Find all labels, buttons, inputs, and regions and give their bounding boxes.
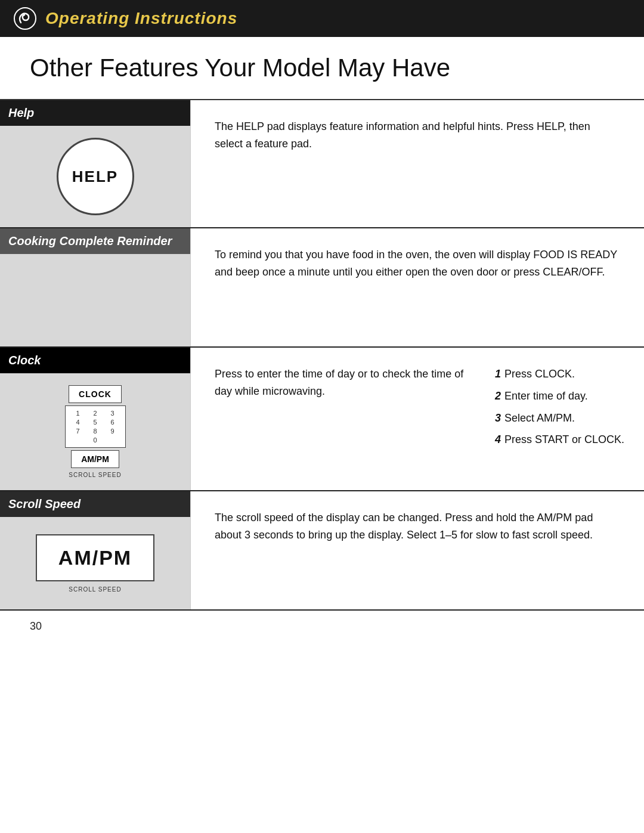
scroll-section: Scroll Speed AM/PM SCROLL SPEED The scro… (0, 491, 644, 611)
help-label: Help (0, 100, 190, 126)
scroll-label-header: Scroll Speed (0, 491, 190, 517)
clock-label: Clock (0, 348, 190, 373)
help-section: Help HELP The HELP pad displays feature … (0, 100, 644, 228)
svg-point-0 (14, 8, 36, 29)
clock-section: Clock CLOCK 1 2 3 4 5 6 7 8 9 0 AM/PM SC… (0, 348, 644, 491)
numpad-key-8: 8 (88, 428, 103, 435)
cooking-section-left: Cooking Complete Reminder (0, 228, 191, 346)
help-button-visual: HELP (57, 138, 134, 215)
clock-content-area: Press to enter the time of day or to che… (191, 348, 644, 490)
numpad-key-5: 5 (88, 419, 103, 426)
scroll-content: The scroll speed of the display can be c… (191, 491, 644, 609)
numpad-key-9: 9 (106, 428, 120, 435)
cooking-content: To remind you that you have food in the … (191, 228, 644, 346)
help-section-left: Help HELP (0, 100, 191, 227)
clock-section-left: Clock CLOCK 1 2 3 4 5 6 7 8 9 0 AM/PM SC… (0, 348, 191, 490)
clock-step-1: 1Press CLOCK. (495, 366, 626, 383)
numpad-key-3: 3 (106, 410, 120, 417)
page-number: 30 (0, 611, 644, 642)
brand-logo (12, 5, 38, 32)
ampm-button-visual: AM/PM (71, 450, 119, 468)
numpad-visual: 1 2 3 4 5 6 7 8 9 0 (65, 405, 126, 448)
clock-steps-area: 1Press CLOCK. 2Enter time of day. 3Selec… (489, 348, 644, 490)
numpad-key-2: 2 (88, 410, 103, 417)
clock-description: Press to enter the time of day or to che… (215, 366, 471, 400)
header-title: Operating Instructions (45, 9, 237, 28)
page-title: Other Features Your Model May Have (0, 37, 644, 100)
scroll-text: The scroll speed of the display can be c… (215, 509, 620, 544)
clock-step-4: 4Press START or CLOCK. (495, 431, 626, 448)
cooking-section: Cooking Complete Reminder To remind you … (0, 228, 644, 348)
numpad-key-0: 0 (88, 436, 103, 444)
clock-step-3: 3Select AM/PM. (495, 410, 626, 427)
help-image-area: HELP (0, 126, 190, 227)
scroll-speed-label-bottom: SCROLL SPEED (69, 586, 121, 593)
clock-button-visual: CLOCK (69, 385, 122, 403)
help-text: The HELP pad displays feature informatio… (215, 118, 620, 153)
cooking-text: To remind you that you have food in the … (215, 246, 620, 281)
numpad-key-6: 6 (106, 419, 120, 426)
page-header: Operating Instructions (0, 0, 644, 37)
clock-step-2: 2Enter time of day. (495, 388, 626, 405)
numpad-key-7: 7 (71, 428, 85, 435)
clock-steps-list: 1Press CLOCK. 2Enter time of day. 3Selec… (495, 366, 626, 448)
clock-main-text: Press to enter the time of day or to che… (191, 348, 489, 490)
help-content: The HELP pad displays feature informatio… (191, 100, 644, 227)
ampm-big-button-visual: AM/PM (36, 534, 154, 581)
cooking-label: Cooking Complete Reminder (0, 228, 190, 254)
clock-diagram: CLOCK 1 2 3 4 5 6 7 8 9 0 AM/PM SCROLL S… (65, 385, 126, 478)
scroll-speed-label-clock: SCROLL SPEED (69, 472, 121, 478)
cooking-image-area (0, 254, 190, 346)
scroll-section-left: Scroll Speed AM/PM SCROLL SPEED (0, 491, 191, 609)
numpad-key-4: 4 (71, 419, 85, 426)
scroll-image-area: AM/PM SCROLL SPEED (0, 517, 190, 609)
numpad-key-1: 1 (71, 410, 85, 417)
clock-image-area: CLOCK 1 2 3 4 5 6 7 8 9 0 AM/PM SCROLL S… (0, 373, 190, 490)
